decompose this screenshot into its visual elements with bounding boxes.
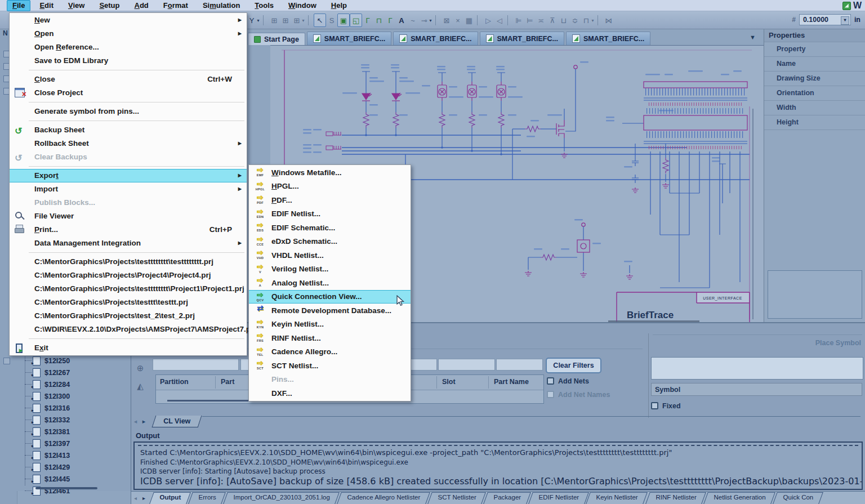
tree-item[interactable]: $12I332 (17, 414, 131, 426)
toolbar-icon[interactable]: ▷ (483, 14, 494, 26)
file-menu-item[interactable]: C:\MentorGraphics\Projects\Project4\Proj… (10, 269, 247, 282)
grid-spacing-combo[interactable]: 0.10000 ▾ (799, 14, 851, 25)
menu-bar-item[interactable]: Add (129, 0, 154, 11)
filter-input[interactable] (496, 359, 543, 371)
filter-input[interactable] (438, 359, 495, 371)
document-tab[interactable]: Start Page (248, 33, 305, 45)
bottom-tab[interactable]: EDIF Netlister (528, 492, 588, 504)
menu-bar-item[interactable]: Edit (34, 0, 59, 11)
toolbar-icon[interactable] (263, 15, 266, 25)
file-menu-item[interactable]: Close Ctrl+W (10, 73, 247, 86)
property-row[interactable]: Orientation (764, 86, 865, 101)
export-submenu-item[interactable]: Pins... (249, 373, 411, 387)
clear-filters-button[interactable]: Clear Filters (546, 358, 601, 373)
toolbar-icon[interactable] (477, 15, 480, 25)
export-submenu-item[interactable]: HPGL HPGL... (249, 180, 411, 194)
export-submenu-item[interactable]: VHD VHDL Netlist... (249, 248, 411, 262)
tree-item[interactable]: $12I250 (17, 355, 131, 367)
column-header-partition[interactable]: Partition (160, 378, 189, 386)
document-tab[interactable]: SMART_BRIEFC... (566, 32, 650, 45)
column-header-part-name[interactable]: Part Name (494, 378, 529, 386)
export-submenu-item[interactable]: SCT SCT Netlist... (249, 359, 411, 373)
tree-item[interactable]: $12I381 (17, 426, 131, 438)
file-menu-item[interactable]: C:\MentorGraphics\Projects\testttttttt\P… (10, 282, 247, 296)
file-menu-item[interactable] (10, 250, 247, 255)
property-row[interactable]: Height (764, 115, 865, 130)
toolbar-icon[interactable]: ⊞ (269, 14, 280, 26)
file-menu-item[interactable]: Import (10, 182, 247, 196)
toolbar-icon[interactable]: ⊔ (558, 14, 569, 26)
menu-bar-item[interactable]: Simulation (197, 0, 246, 11)
export-submenu-item[interactable]: QCV Quick Connection View... (249, 290, 411, 304)
tree-item[interactable]: $12I429 (17, 461, 131, 473)
document-tab[interactable]: SMART_BRIEFC... (393, 32, 478, 45)
tree-item[interactable]: $12I267 (17, 367, 131, 378)
toolbar-icon[interactable]: ⊸ (418, 14, 430, 26)
bottom-tab[interactable]: Netlist Generation (703, 492, 775, 504)
file-menu-item[interactable] (10, 118, 247, 123)
fixed-option[interactable]: Fixed (651, 402, 681, 410)
bottom-tab[interactable]: Keyin Netlister (586, 492, 648, 504)
add-nets-checkbox[interactable] (547, 377, 554, 385)
file-menu-item[interactable]: File Viewer (10, 209, 247, 223)
file-menu-item[interactable]: C:\MentorGraphics\Projects\testttttttt\t… (10, 255, 247, 269)
file-menu-item[interactable]: Export (10, 169, 247, 182)
export-submenu-item[interactable]: EDN EDIF Netlist... (249, 207, 411, 221)
scroll-right-icon[interactable]: ▸ (140, 418, 148, 425)
symbol-header[interactable]: Symbol (651, 383, 862, 396)
toolbar-icon[interactable]: ⊫ (513, 14, 524, 26)
file-menu-item[interactable]: C:\MentorGraphics\Projects\testtt\testtt… (10, 296, 247, 309)
toolbar-icon[interactable]: ▾ (590, 14, 595, 26)
menu-bar-item[interactable]: Setup (93, 0, 125, 11)
bottom-tab[interactable]: Output (149, 492, 190, 504)
export-submenu-item[interactable]: EDS EDIF Schematic... (249, 221, 411, 235)
file-menu-item[interactable]: C:\WDIR\EEVX.2.10\DxProjects\AMSProject7… (10, 323, 247, 336)
export-submenu-item[interactable]: EMF Windows Metafile... (249, 166, 411, 180)
toolbar-icon[interactable]: ▾ (301, 14, 306, 26)
tab-overflow-icon[interactable]: ▼ (750, 34, 756, 41)
file-menu-item[interactable]: Open (10, 27, 247, 41)
document-tab[interactable]: SMART_BRIEFC... (307, 32, 391, 45)
export-submenu-item[interactable]: PDF PDF... (249, 193, 411, 207)
toolbar-icon[interactable]: ▦ (463, 14, 475, 26)
export-submenu-item[interactable]: Remote Development Database... (249, 304, 411, 318)
bottom-tab[interactable]: Cadence Allegro Netlister (337, 492, 430, 504)
toolbar-icon[interactable] (435, 15, 439, 25)
toolbar-icon[interactable]: A (396, 14, 407, 26)
menu-bar-item[interactable]: Help (326, 0, 353, 11)
bottom-tab[interactable]: Packager (483, 492, 530, 504)
toolbar-icon[interactable]: Γ (385, 14, 396, 26)
tree-item[interactable]: $12I413 (17, 449, 131, 461)
menu-bar-item[interactable]: Tools (249, 0, 279, 11)
column-header-slot[interactable]: Slot (442, 378, 456, 386)
toolbar-icon[interactable]: ▣ (337, 14, 350, 27)
toolbar-icon[interactable]: ≎ (569, 14, 581, 26)
toolbar-icon[interactable] (598, 15, 601, 25)
toolbar-icon[interactable]: × (452, 14, 463, 26)
chevron-down-icon[interactable]: ▾ (841, 16, 849, 25)
toolbar-icon[interactable]: S (326, 14, 337, 26)
file-menu-item[interactable]: Publish Blocks... (10, 196, 247, 209)
toolbar-icon[interactable]: ⊠ (441, 14, 452, 26)
file-menu-item[interactable] (10, 164, 247, 169)
tree-item[interactable]: $12I300 (17, 390, 131, 402)
export-submenu-item[interactable]: CCE eDxD Schematic... (249, 235, 411, 249)
file-menu-item[interactable]: Generate symbol from pins... (10, 105, 247, 118)
menu-bar-item[interactable]: File (7, 0, 30, 11)
toolbar-icon[interactable]: ◁ (494, 14, 505, 26)
cl-view-tab[interactable]: CL View (152, 416, 202, 427)
menu-bar-item[interactable]: View (63, 0, 90, 11)
add-nets-option[interactable]: Add Nets (547, 377, 589, 385)
tree-item[interactable]: $12I316 (17, 402, 131, 414)
fixed-checkbox[interactable] (651, 402, 658, 409)
bottom-tab[interactable]: Import_OrCAD_230103_2051.log (223, 492, 340, 504)
toolbar-icon[interactable]: ◱ (350, 14, 362, 27)
toolbar-icon[interactable]: ~ (407, 14, 418, 26)
toolbar-icon[interactable]: ⊨ (524, 14, 536, 26)
file-menu-item[interactable] (10, 68, 247, 73)
file-menu-item[interactable]: Exit (10, 341, 247, 355)
toolbar-icon[interactable]: ▾ (256, 14, 261, 26)
toolbar-icon[interactable]: ↖ (314, 14, 326, 27)
export-submenu-item[interactable]: V Verilog Netlist... (249, 262, 411, 276)
horizontal-scrollbar[interactable] (35, 487, 97, 489)
